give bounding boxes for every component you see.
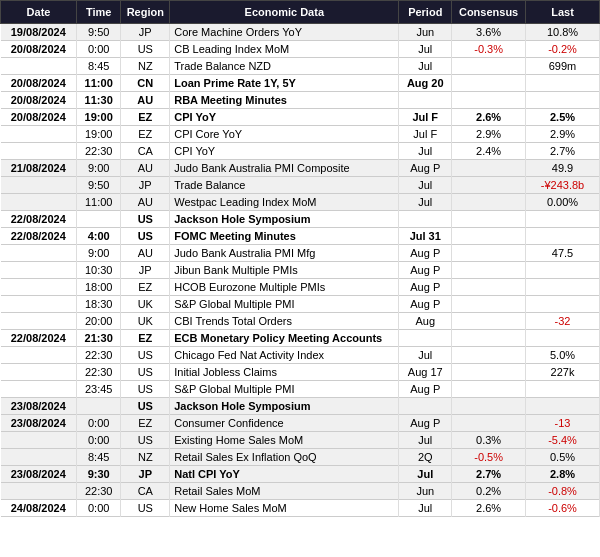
cell-consensus	[452, 364, 526, 381]
cell-period	[399, 398, 452, 415]
cell-economic-data: Consumer Confidence	[170, 415, 399, 432]
table-row: 9:00AUJudo Bank Australia PMI MfgAug P47…	[1, 245, 600, 262]
cell-consensus	[452, 177, 526, 194]
cell-date	[1, 262, 77, 279]
header-consensus: Consensus	[452, 1, 526, 24]
cell-period: Jul	[399, 194, 452, 211]
table-row: 22/08/2024USJackson Hole Symposium	[1, 211, 600, 228]
cell-consensus	[452, 330, 526, 347]
cell-period: Aug P	[399, 296, 452, 313]
table-row: 23:45USS&P Global Multiple PMIAug P	[1, 381, 600, 398]
cell-region: CA	[121, 483, 170, 500]
cell-economic-data: S&P Global Multiple PMI	[170, 296, 399, 313]
cell-period: Jul	[399, 41, 452, 58]
cell-last: 2.8%	[526, 466, 600, 483]
economic-calendar-table: Date Time Region Economic Data Period Co…	[0, 0, 600, 517]
cell-last: -32	[526, 313, 600, 330]
cell-time: 9:00	[77, 160, 121, 177]
cell-period: Aug P	[399, 262, 452, 279]
cell-last: 47.5	[526, 245, 600, 262]
cell-economic-data: Trade Balance NZD	[170, 58, 399, 75]
cell-time: 9:50	[77, 177, 121, 194]
cell-economic-data: Trade Balance	[170, 177, 399, 194]
cell-time: 0:00	[77, 41, 121, 58]
cell-consensus	[452, 160, 526, 177]
cell-consensus: -0.5%	[452, 449, 526, 466]
table-row: 9:50JPTrade BalanceJul-¥243.8b	[1, 177, 600, 194]
cell-last: 10.8%	[526, 24, 600, 41]
cell-last: 699m	[526, 58, 600, 75]
cell-time: 22:30	[77, 143, 121, 160]
cell-period: Aug P	[399, 415, 452, 432]
cell-date: 23/08/2024	[1, 415, 77, 432]
table-row: 22/08/202421:30EZECB Monetary Policy Mee…	[1, 330, 600, 347]
cell-period: 2Q	[399, 449, 452, 466]
cell-consensus: 3.6%	[452, 24, 526, 41]
cell-region: US	[121, 347, 170, 364]
cell-last	[526, 381, 600, 398]
cell-last	[526, 296, 600, 313]
cell-last: -¥243.8b	[526, 177, 600, 194]
header-date: Date	[1, 1, 77, 24]
cell-time: 18:30	[77, 296, 121, 313]
header-economic-data: Economic Data	[170, 1, 399, 24]
cell-last	[526, 92, 600, 109]
cell-time: 11:30	[77, 92, 121, 109]
cell-region: US	[121, 211, 170, 228]
cell-consensus	[452, 296, 526, 313]
cell-region: CA	[121, 143, 170, 160]
cell-region: NZ	[121, 58, 170, 75]
cell-date	[1, 381, 77, 398]
cell-economic-data: CPI Core YoY	[170, 126, 399, 143]
cell-consensus	[452, 313, 526, 330]
cell-consensus	[452, 262, 526, 279]
cell-period	[399, 330, 452, 347]
cell-economic-data: CPI YoY	[170, 143, 399, 160]
cell-economic-data: Chicago Fed Nat Activity Index	[170, 347, 399, 364]
table-row: 20/08/202411:30AURBA Meeting Minutes	[1, 92, 600, 109]
cell-last: 0.5%	[526, 449, 600, 466]
cell-last: 49.9	[526, 160, 600, 177]
cell-time: 20:00	[77, 313, 121, 330]
cell-time: 23:45	[77, 381, 121, 398]
cell-date	[1, 296, 77, 313]
cell-consensus	[452, 415, 526, 432]
cell-date: 23/08/2024	[1, 466, 77, 483]
cell-last: -0.8%	[526, 483, 600, 500]
table-row: 8:45NZTrade Balance NZDJul699m	[1, 58, 600, 75]
table-header: Date Time Region Economic Data Period Co…	[1, 1, 600, 24]
cell-date	[1, 364, 77, 381]
cell-time: 22:30	[77, 483, 121, 500]
cell-consensus	[452, 92, 526, 109]
cell-economic-data: Existing Home Sales MoM	[170, 432, 399, 449]
cell-economic-data: Retail Sales MoM	[170, 483, 399, 500]
cell-region: US	[121, 364, 170, 381]
cell-region: US	[121, 500, 170, 517]
table-row: 19/08/20249:50JPCore Machine Orders YoYJ…	[1, 24, 600, 41]
cell-region: AU	[121, 92, 170, 109]
cell-economic-data: New Home Sales MoM	[170, 500, 399, 517]
cell-consensus: 0.3%	[452, 432, 526, 449]
table-row: 10:30JPJibun Bank Multiple PMIsAug P	[1, 262, 600, 279]
header-period: Period	[399, 1, 452, 24]
table-row: 22/08/20244:00USFOMC Meeting MinutesJul …	[1, 228, 600, 245]
cell-time: 19:00	[77, 126, 121, 143]
cell-consensus	[452, 347, 526, 364]
cell-period: Aug 20	[399, 75, 452, 92]
cell-region: EZ	[121, 279, 170, 296]
cell-region: AU	[121, 194, 170, 211]
table-row: 23/08/20249:30JPNatl CPI YoYJul2.7%2.8%	[1, 466, 600, 483]
cell-consensus	[452, 381, 526, 398]
table-row: 19:00EZCPI Core YoYJul F2.9%2.9%	[1, 126, 600, 143]
cell-economic-data: Westpac Leading Index MoM	[170, 194, 399, 211]
cell-consensus: 2.7%	[452, 466, 526, 483]
cell-date	[1, 313, 77, 330]
cell-period: Jul	[399, 466, 452, 483]
header-time: Time	[77, 1, 121, 24]
table-row: 18:00EZHCOB Eurozone Multiple PMIsAug P	[1, 279, 600, 296]
cell-last	[526, 279, 600, 296]
table-row: 11:00AUWestpac Leading Index MoMJul0.00%	[1, 194, 600, 211]
cell-time: 8:45	[77, 58, 121, 75]
cell-region: EZ	[121, 415, 170, 432]
cell-period: Jul	[399, 347, 452, 364]
